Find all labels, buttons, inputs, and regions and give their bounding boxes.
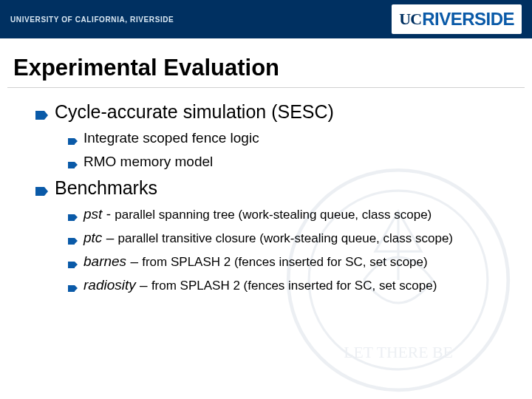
svg-text:LET THERE BE: LET THERE BE — [344, 344, 452, 361]
benchmark-line: pst - parallel spanning tree (work-steal… — [83, 206, 432, 222]
content-area: Cycle-accurate simulation (SESC) Integra… — [0, 101, 532, 293]
arrow-bullet-icon — [68, 214, 75, 221]
bullet-lvl2: radiosity – from SPLASH 2 (fences insert… — [68, 277, 511, 293]
logo-uc-text: UC — [399, 10, 421, 29]
benchmark-desc: parallel spanning tree (work-stealing qu… — [115, 208, 432, 222]
bullet-lvl2: Integrate scoped fence logic — [68, 130, 511, 146]
arrow-bullet-icon — [68, 162, 75, 168]
dash: - — [102, 206, 115, 222]
dash: – — [102, 230, 117, 245]
title-divider — [7, 87, 525, 88]
slide-title: Experimental Evaluation — [0, 38, 532, 87]
benchmark-line: ptc – parallel transitive closure (work-… — [83, 230, 453, 246]
dash: – — [126, 253, 142, 269]
benchmark-desc: from SPLASH 2 (fences inserted for SC, s… — [151, 279, 437, 293]
bullet-lvl2: RMO memory model — [68, 154, 511, 170]
benchmark-name: pst — [83, 206, 102, 222]
logo-riverside-text: RIVERSIDE — [422, 9, 514, 30]
benchmark-line: barnes – from SPLASH 2 (fences inserted … — [83, 253, 428, 270]
header-bar: UNIVERSITY OF CALIFORNIA, RIVERSIDE UC R… — [0, 0, 532, 38]
benchmark-name: barnes — [83, 253, 126, 269]
bullet-text: RMO memory model — [83, 154, 213, 170]
university-name-left: UNIVERSITY OF CALIFORNIA, RIVERSIDE — [10, 16, 174, 24]
benchmark-desc: parallel transitive closure (work-steali… — [117, 231, 453, 245]
benchmark-name: radiosity — [83, 277, 136, 293]
arrow-bullet-icon — [68, 138, 75, 145]
bullet-lvl2: pst - parallel spanning tree (work-steal… — [68, 206, 511, 222]
ucr-logo: UC RIVERSIDE — [392, 4, 522, 34]
bullet-text: Integrate scoped fence logic — [83, 130, 259, 146]
dash: – — [136, 277, 151, 293]
arrow-bullet-icon — [35, 187, 44, 196]
benchmark-line: radiosity – from SPLASH 2 (fences insert… — [83, 277, 437, 293]
bullet-text: Benchmarks — [55, 177, 157, 199]
bullet-text: Cycle-accurate simulation (SESC) — [55, 101, 334, 123]
bullet-lvl1: Benchmarks — [35, 177, 511, 199]
arrow-bullet-icon — [35, 111, 44, 120]
bullet-lvl2: barnes – from SPLASH 2 (fences inserted … — [68, 253, 511, 270]
slide: UNIVERSITY OF CALIFORNIA, RIVERSIDE UC R… — [0, 0, 532, 399]
arrow-bullet-icon — [68, 238, 75, 245]
benchmark-name: ptc — [83, 230, 102, 245]
arrow-bullet-icon — [68, 262, 75, 268]
bullet-lvl1: Cycle-accurate simulation (SESC) — [35, 101, 511, 123]
bullet-lvl2: ptc – parallel transitive closure (work-… — [68, 230, 511, 246]
benchmark-desc: from SPLASH 2 (fences inserted for SC, s… — [142, 255, 427, 269]
arrow-bullet-icon — [68, 285, 75, 292]
